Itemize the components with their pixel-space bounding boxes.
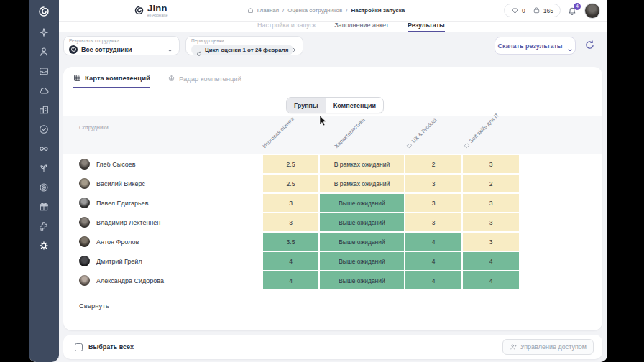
score-cell[interactable]: 4: [263, 272, 318, 289]
score-cell[interactable]: 2.5: [263, 175, 318, 192]
score-cell[interactable]: 3: [463, 233, 519, 251]
verdict-cell[interactable]: В рамках ожиданий: [320, 155, 404, 173]
employee-name: Антон Фролов: [96, 238, 139, 246]
inbox-icon[interactable]: [38, 65, 50, 77]
claps-count: 0: [522, 7, 525, 14]
verdict-cell[interactable]: Выше ожиданий: [320, 194, 404, 212]
score-cell[interactable]: 3: [405, 194, 461, 212]
download-results-button[interactable]: Скачать результаты: [494, 37, 576, 55]
toggle-groups[interactable]: Группы: [287, 98, 326, 113]
avatar: [79, 178, 90, 189]
puzzle-icon[interactable]: [38, 221, 50, 232]
gauge-check-icon[interactable]: [38, 124, 50, 135]
breadcrumb: Главная / Оценка сотрудников / Настройки…: [247, 7, 405, 14]
score-cell[interactable]: 3.5: [263, 233, 318, 251]
breadcrumb-item[interactable]: Оценка сотрудников: [288, 7, 342, 14]
employees-column-label: Сотрудники: [79, 124, 109, 131]
column-header-total[interactable]: Итоговая оценка: [262, 115, 296, 149]
score-cell[interactable]: 3: [463, 194, 519, 212]
tab-competency-radar[interactable]: Радар компетенций: [167, 74, 242, 88]
column-header-characteristic[interactable]: Характеристика: [334, 116, 367, 149]
claps-counter[interactable]: 0: [511, 6, 525, 14]
employee-filter-value: Все сотрудники: [81, 46, 132, 53]
table-row[interactable]: Александра Сидорова 4 Выше ожиданий 4 4: [63, 271, 602, 290]
score-cell[interactable]: 3: [263, 194, 318, 212]
table-row[interactable]: Дмитрий Грейл 4 Выше ожиданий 4 4: [63, 251, 602, 271]
coins-counter[interactable]: 165: [533, 6, 553, 14]
gear-icon[interactable]: [38, 240, 50, 251]
radar-icon: [167, 75, 175, 83]
verdict-cell[interactable]: Выше ожиданий: [320, 272, 404, 289]
score-cell[interactable]: 3: [463, 155, 519, 173]
score-cell[interactable]: 4: [405, 233, 461, 251]
table-row[interactable]: Владимир Лехтеннен 3 Выше ожиданий 3 3: [63, 213, 602, 232]
breadcrumb-item[interactable]: Главная: [257, 7, 279, 14]
user-icon[interactable]: [38, 46, 50, 57]
counters-pill[interactable]: 0 165: [504, 4, 561, 17]
employee-filter[interactable]: Результаты сотрудника Все сотрудники: [63, 36, 180, 55]
score-cell[interactable]: 4: [263, 252, 318, 270]
period-filter[interactable]: Период оценки Цикл оценки 1 от 24 феврал…: [185, 36, 303, 55]
folder-icon: [463, 141, 470, 149]
sidebar: [29, 0, 59, 362]
jinn-logo-icon[interactable]: [37, 5, 50, 18]
verdict-cell[interactable]: Выше ожиданий: [320, 233, 404, 251]
card-tabs: Карта компетенций Радар компетенций: [73, 74, 242, 88]
score-cell[interactable]: 4: [405, 252, 461, 270]
refresh-icon[interactable]: [584, 40, 595, 50]
score-cell[interactable]: 4: [463, 252, 519, 270]
org-spiral-icon: [69, 45, 78, 54]
tab-setup[interactable]: Настройка и запуск: [257, 22, 316, 32]
manage-access-button[interactable]: Управление доступом: [502, 339, 594, 355]
main-tabs: Настройка и запуск Заполнение анкет Резу…: [59, 22, 607, 32]
notifications-button[interactable]: 4: [567, 5, 578, 17]
company-icon[interactable]: [38, 104, 50, 116]
score-cell[interactable]: 2.5: [263, 155, 318, 173]
select-all-checkbox[interactable]: [75, 343, 83, 351]
score-cell[interactable]: 3: [263, 213, 318, 231]
notifications-badge: 4: [574, 3, 581, 10]
score-cell[interactable]: 4: [463, 272, 519, 289]
employee-name: Глеб Сысоев: [96, 161, 136, 168]
sparkle-icon[interactable]: [38, 27, 50, 38]
content-area: Результаты сотрудника Все сотрудники Пер…: [59, 32, 607, 362]
infinity-link-icon[interactable]: [38, 143, 50, 154]
breadcrumb-separator: /: [346, 7, 347, 14]
employee-name: Владимир Лехтеннен: [96, 219, 160, 226]
period-chip[interactable]: Цикл оценки 1 от 24 февраля: [191, 45, 293, 55]
collapse-link[interactable]: Свернуть: [79, 302, 109, 310]
table-header: Сотрудники Итоговая оценка Характеристик…: [63, 116, 602, 154]
score-cell[interactable]: 2: [405, 155, 461, 173]
target-icon[interactable]: [38, 182, 50, 193]
bag-icon: [533, 6, 540, 14]
tab-competency-map[interactable]: Карта компетенций: [73, 74, 150, 88]
column-header-soft-skills[interactable]: Soft skills для IT: [463, 111, 501, 149]
table-row[interactable]: Антон Фролов 3.5 Выше ожиданий 4 3: [63, 232, 602, 251]
logo-text: Jinn: [147, 4, 168, 13]
verdict-cell[interactable]: Выше ожиданий: [320, 252, 404, 270]
table-row[interactable]: Павел Едигарьев 3 Выше ожиданий 3 3: [63, 193, 602, 213]
app-logo[interactable]: Jinn ex-AppRaise: [134, 4, 168, 17]
score-cell[interactable]: 3: [405, 213, 461, 231]
table-row[interactable]: Глеб Сысоев 2.5 В рамках ожиданий 2 3: [63, 154, 602, 174]
tab-results[interactable]: Результаты: [408, 22, 445, 32]
toggle-competencies[interactable]: Компетенции: [326, 98, 383, 113]
verdict-cell[interactable]: Выше ожиданий: [320, 213, 404, 231]
plant-icon[interactable]: [38, 162, 50, 174]
view-toggle: Группы Компетенции: [286, 97, 384, 113]
score-cell[interactable]: 2: [463, 175, 519, 192]
tab-forms[interactable]: Заполнение анкет: [334, 22, 389, 32]
avatar: [79, 198, 90, 208]
score-cell[interactable]: 3: [405, 175, 461, 192]
score-cell[interactable]: 3: [463, 213, 519, 231]
chevron-right-icon: [291, 43, 298, 50]
user-avatar[interactable]: [584, 3, 600, 19]
cloud-icon[interactable]: [38, 85, 50, 96]
column-header-ux-product[interactable]: UX & Product: [405, 116, 438, 149]
app-window: Jinn ex-AppRaise Главная / Оценка сотруд…: [29, 0, 607, 362]
verdict-cell[interactable]: В рамках ожиданий: [320, 175, 404, 192]
gift-icon[interactable]: [38, 201, 50, 213]
table-row[interactable]: Василий Викерс 2.5 В рамках ожиданий 3 2: [63, 174, 602, 193]
avatar: [79, 256, 90, 266]
score-cell[interactable]: 4: [405, 272, 461, 289]
